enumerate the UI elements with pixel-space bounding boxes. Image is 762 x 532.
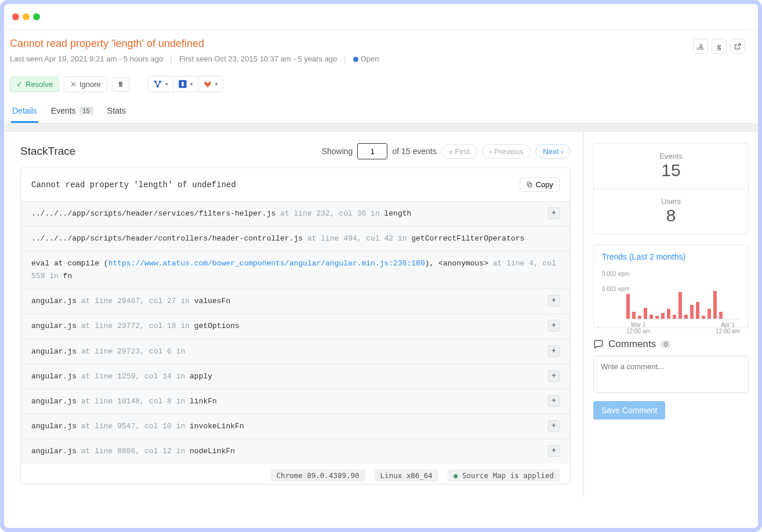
chart-bar	[632, 312, 636, 319]
expand-frame-button[interactable]: +	[548, 295, 560, 307]
external-link-icon[interactable]	[730, 39, 745, 54]
delete-button[interactable]	[112, 77, 129, 92]
tab-details[interactable]: Details	[11, 101, 38, 123]
tab-stats[interactable]: Stats	[106, 101, 127, 123]
save-comment-button[interactable]: Save Comment	[593, 401, 665, 420]
env-os-tag: Linux x86_64	[375, 469, 438, 482]
stack-frame: angular.js at line 29723, col 6 in +	[21, 339, 570, 364]
page-input[interactable]	[357, 143, 387, 159]
chart-bar	[661, 313, 665, 319]
resolve-button[interactable]: ✓Resolve	[10, 76, 59, 92]
chart-bar	[649, 315, 653, 319]
frame-source-link[interactable]: https://www.atatus.com/bower_components/…	[108, 259, 425, 268]
stack-frame: ../../../app/scripts/header/controllers/…	[21, 226, 570, 251]
expand-frame-button[interactable]: +	[548, 420, 560, 432]
window-minimize-dot[interactable]	[23, 13, 30, 20]
chart-bar	[626, 294, 630, 319]
chart-bar	[707, 309, 711, 319]
stack-frame: angular.js at line 10148, col 8 in linkF…	[21, 389, 570, 414]
chart-bar	[638, 316, 641, 319]
chart-bar	[667, 309, 670, 319]
expand-frame-button[interactable]: +	[548, 370, 560, 382]
window-zoom-dot[interactable]	[33, 13, 40, 20]
svg-rect-5	[527, 182, 531, 186]
chart-bar	[655, 316, 659, 319]
users-stat-value: 8	[594, 206, 748, 225]
chart-bar	[702, 316, 705, 319]
next-page-button[interactable]: Next ›	[535, 144, 571, 159]
integration-1-button[interactable]: ▾	[148, 76, 173, 92]
stack-frame: angular.js at line 9547, col 10 in invok…	[21, 414, 570, 439]
error-message: Cannot read property 'length' of undefin…	[31, 180, 236, 190]
chart-bar	[673, 315, 676, 319]
stack-frame: angular.js at line 8806, col 12 in nodeL…	[21, 439, 570, 464]
stack-frame: angular.js at line 29772, col 18 in getO…	[21, 314, 570, 338]
stack-frame: angular.js at line 29467, col 27 in valu…	[21, 289, 570, 314]
svg-rect-4	[528, 184, 532, 188]
first-page-button[interactable]: « First	[441, 144, 477, 159]
stacktrace-heading: StackTrace	[20, 145, 75, 158]
stack-frame: eval at compile (https://www.atatus.com/…	[21, 251, 570, 289]
tab-events[interactable]: Events15	[50, 101, 95, 123]
events-stat-value: 15	[594, 161, 748, 180]
env-sourcemap-tag: ● Source Map is applied	[448, 469, 560, 482]
users-stat-label: Users	[594, 197, 748, 206]
chart-bar	[644, 308, 647, 319]
window-titlebar	[4, 4, 758, 30]
stack-frame: ../../../app/scripts/header/services/fil…	[21, 201, 570, 226]
expand-frame-button[interactable]: +	[548, 395, 560, 407]
comment-input[interactable]	[593, 356, 749, 393]
trends-title: Trends (Last 2 months)	[594, 245, 748, 264]
expand-frame-button[interactable]: +	[548, 345, 560, 357]
chart-bar	[696, 302, 699, 319]
expand-frame-button[interactable]: +	[548, 207, 560, 219]
tabs: Details Events15 Stats	[10, 101, 752, 123]
ignore-button[interactable]: ✕Ignore	[64, 76, 107, 92]
chart-bar	[678, 292, 682, 319]
error-title: Cannot read property 'length' of undefin…	[10, 38, 752, 50]
trends-chart: 0.002 epm 0.001 epm Mar 112:00 am Apr 11…	[594, 264, 748, 327]
comment-icon	[593, 339, 604, 349]
google-icon[interactable]: g	[712, 39, 727, 54]
comments-heading: Comments 0	[593, 338, 749, 350]
of-events-label: of 15 events	[392, 147, 436, 156]
chart-bar	[713, 291, 717, 319]
showing-label: Showing	[322, 147, 353, 156]
expand-frame-button[interactable]: +	[548, 320, 560, 331]
env-browser-tag: Chrome 89.0.4389.90	[271, 469, 365, 482]
chart-bar	[719, 312, 723, 319]
first-seen-text: First seen Oct 23, 2015 10:37 am - 5 yea…	[179, 54, 337, 63]
stack-frame: angular.js at line 1259, col 14 in apply…	[21, 364, 570, 389]
integrations-group: ▾ ▾ ▾	[148, 76, 223, 92]
window-close-dot[interactable]	[12, 13, 19, 20]
status-open: Open	[353, 54, 379, 63]
events-stat-label: Events	[594, 152, 748, 161]
copy-button[interactable]: Copy	[520, 177, 560, 192]
last-seen-text: Last seen Apr 19, 2021 9:21 am - 5 hours…	[10, 54, 164, 63]
integration-jira-button[interactable]: ▾	[173, 76, 198, 92]
expand-frame-button[interactable]: +	[548, 445, 560, 457]
chart-bar	[684, 315, 688, 319]
stackoverflow-icon[interactable]	[693, 39, 708, 54]
stacktrace-panel: Cannot read property 'length' of undefin…	[20, 167, 571, 484]
prev-page-button[interactable]: ‹ Previous	[482, 144, 531, 159]
error-meta: Last seen Apr 19, 2021 9:21 am - 5 hours…	[10, 54, 752, 63]
integration-gitlab-button[interactable]: ▾	[198, 76, 223, 92]
chart-bar	[690, 305, 694, 319]
